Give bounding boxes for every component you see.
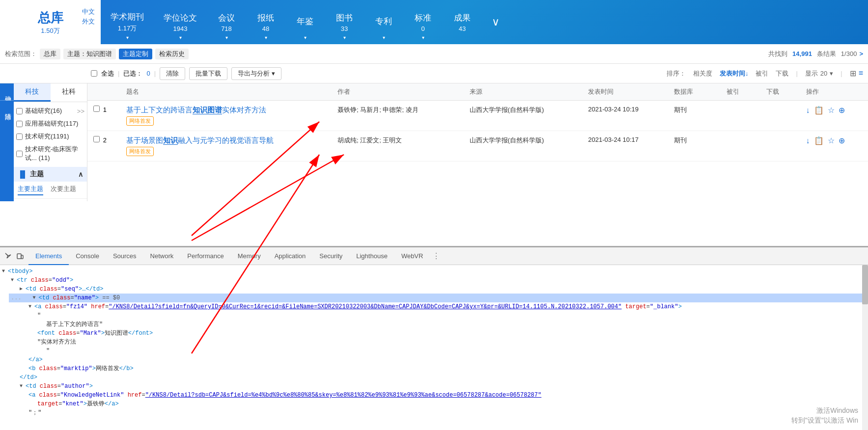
- filter-tab-science[interactable]: 科技: [14, 83, 51, 102]
- nav-label-thesis: 学位论文: [164, 12, 197, 24]
- chinese-lang[interactable]: 中文: [82, 7, 95, 17]
- filter-item-4: 技术研究-临床医学试... (11): [16, 143, 84, 164]
- filter-more-1[interactable]: >>: [77, 108, 84, 115]
- row2-action-group: ↓ 📋 ☆ ⊕: [806, 136, 862, 145]
- col-download: 下载: [760, 83, 800, 101]
- logo-box[interactable]: 中文 外文 总库 1.50万: [0, 0, 101, 44]
- nav-item-results[interactable]: 成果 43: [443, 0, 482, 44]
- devtools-tab-memory[interactable]: Memory: [231, 247, 268, 265]
- clear-filter-btn[interactable]: 清除: [0, 101, 14, 117]
- code-line-td-name[interactable]: ... ▼<td class="name"> == $0: [9, 294, 868, 302]
- filter-checkbox-2[interactable]: [16, 121, 23, 127]
- nav-label-journal: 学术期刊: [111, 11, 144, 23]
- triangle-tr[interactable]: ▼: [11, 276, 17, 285]
- devtools-tab-console[interactable]: Console: [69, 247, 106, 265]
- grid-view-icon[interactable]: ⊞: [850, 69, 856, 78]
- row2-seq: 2: [87, 131, 120, 161]
- triangle-tbody[interactable]: ▼: [2, 267, 8, 276]
- collapse-icon[interactable]: ∧: [78, 170, 83, 178]
- devtools-tab-security[interactable]: Security: [312, 247, 349, 265]
- content-body: 确定 清除 科技 社科 基础研究(16) >> 应用基础研究(117): [0, 83, 868, 201]
- row1-cited: [721, 101, 760, 131]
- row2-cite-icon[interactable]: 📋: [814, 136, 824, 145]
- sort-date[interactable]: 发表时间↓: [720, 69, 749, 78]
- result-next[interactable]: >: [859, 50, 863, 57]
- export-btn[interactable]: 导出与分析 ▾: [231, 67, 281, 80]
- row1-checkbox[interactable]: [93, 106, 100, 112]
- windows-activate-text[interactable]: 转到"设置"以激活 Win: [791, 416, 858, 425]
- devtools-tab-application[interactable]: Application: [268, 247, 313, 265]
- scope-tag-history[interactable]: 检索历史: [155, 49, 189, 59]
- scope-tag-custom[interactable]: 主题定制: [119, 49, 152, 59]
- device-icon[interactable]: [16, 252, 25, 261]
- devtools-tab-webvr[interactable]: WebVR: [394, 247, 430, 265]
- nav-count-books: 33: [341, 25, 348, 32]
- nav-arrow-standard: ▾: [422, 35, 424, 40]
- devtools-more-tabs[interactable]: ⋮: [432, 251, 440, 261]
- row2-star-icon[interactable]: ☆: [828, 136, 835, 145]
- filter-label-2: 应用基础研究(117): [25, 119, 78, 128]
- nav-item-news[interactable]: 报纸 48 ▾: [246, 0, 285, 44]
- row2-author: 胡成纯; 江爱文; 王明文: [332, 131, 464, 161]
- sort-relevance[interactable]: 相关度: [693, 69, 712, 78]
- devtools-tab-sources[interactable]: Sources: [106, 247, 143, 265]
- code-line-target: target="knet">聂铁铮</a>: [35, 400, 868, 408]
- language-switcher[interactable]: 中文 外文: [82, 7, 95, 26]
- nav-arrow-yearbook: ▾: [304, 35, 307, 40]
- collapse-sidebar-btn[interactable]: ◀: [87, 130, 87, 155]
- nav-item-thesis[interactable]: 学位论文 1943 ▾: [154, 0, 207, 44]
- devtools-tab-elements[interactable]: Elements: [28, 247, 69, 265]
- nav-item-patent[interactable]: 专利 ▾: [364, 0, 403, 44]
- devtools-scrollbar[interactable]: [862, 265, 868, 430]
- nav-item-yearbook[interactable]: 年鉴 ▾: [285, 0, 325, 44]
- svg-rect-1: [21, 255, 23, 259]
- devtools-tab-performance[interactable]: Performance: [180, 247, 230, 265]
- theme-tab-main[interactable]: 主要主题: [18, 185, 43, 195]
- theme-tab-sub[interactable]: 次要主题: [51, 185, 76, 195]
- clear-btn[interactable]: 清除: [160, 67, 185, 80]
- row2-cited: [721, 131, 760, 161]
- filter-checkbox-4[interactable]: [16, 151, 23, 157]
- selected-label: 已选：: [123, 69, 142, 78]
- code-line-a: ▼<a class="fz14" href="/KNS8/Detail?sfie…: [27, 302, 868, 311]
- code-line-close-a: </a>: [27, 355, 868, 364]
- nav-count-journal: 1.17万: [118, 24, 137, 33]
- nav-arrow-conf: ▾: [225, 35, 228, 40]
- row2-download-icon[interactable]: ↓: [806, 136, 810, 145]
- nav-item-conf[interactable]: 会议 718 ▾: [207, 0, 246, 44]
- code-line-semicol: "；": [27, 408, 868, 417]
- devtools-tab-lighthouse[interactable]: Lighthouse: [349, 247, 394, 265]
- filter-checkbox-3[interactable]: [16, 134, 23, 140]
- sort-citation[interactable]: 被引: [756, 69, 768, 78]
- list-view-icon[interactable]: ≡: [859, 69, 863, 78]
- devtools-tab-network[interactable]: Network: [143, 247, 181, 265]
- row1-cite-icon[interactable]: 📋: [814, 106, 824, 115]
- code-line-td-author: ▼<td class="author">: [18, 382, 868, 391]
- row1-share-icon[interactable]: ⊕: [839, 106, 845, 115]
- row1-downloads: [760, 101, 800, 131]
- filter-item-3: 技术研究(1191): [16, 130, 84, 143]
- filter-checkbox-1[interactable]: [16, 108, 23, 114]
- inspect-icon[interactable]: [4, 252, 13, 261]
- row1-title-link[interactable]: 基于上下文的跨语言知识图谱实体对齐方法: [126, 106, 266, 114]
- row1-download-icon[interactable]: ↓: [806, 106, 810, 115]
- nav-more-btn[interactable]: ∨: [482, 0, 509, 44]
- toolbar-left: 全选 | 已选： 0 | 清除 批量下载 导出与分析 ▾: [91, 67, 281, 80]
- row2-title-link[interactable]: 基于场景图知识融入与元学习的视觉语言导航: [126, 136, 274, 145]
- select-all-checkbox[interactable]: [91, 70, 97, 77]
- nav-item-journal[interactable]: 学术期刊 1.17万 ▾: [101, 0, 154, 44]
- confirm-btn[interactable]: 确定: [0, 83, 14, 100]
- nav-item-standard[interactable]: 标准 0 ▾: [403, 0, 443, 44]
- row1-star-icon[interactable]: ☆: [828, 106, 835, 115]
- result-page: 1/300: [841, 50, 857, 57]
- nav-item-books[interactable]: 图书 33 ▾: [325, 0, 364, 44]
- row2-share-icon[interactable]: ⊕: [839, 136, 845, 145]
- sort-download[interactable]: 下载: [776, 69, 788, 78]
- filter-tab-social[interactable]: 社科: [51, 83, 87, 102]
- scope-tag-general[interactable]: 总库: [40, 49, 60, 59]
- english-lang[interactable]: 外文: [82, 17, 95, 27]
- scope-tag-topic[interactable]: 主题：知识图谱: [63, 49, 116, 59]
- devtools-scrollbar-thumb[interactable]: [862, 265, 868, 304]
- batch-download-btn[interactable]: 批量下载: [189, 67, 227, 80]
- row2-checkbox[interactable]: [93, 136, 100, 142]
